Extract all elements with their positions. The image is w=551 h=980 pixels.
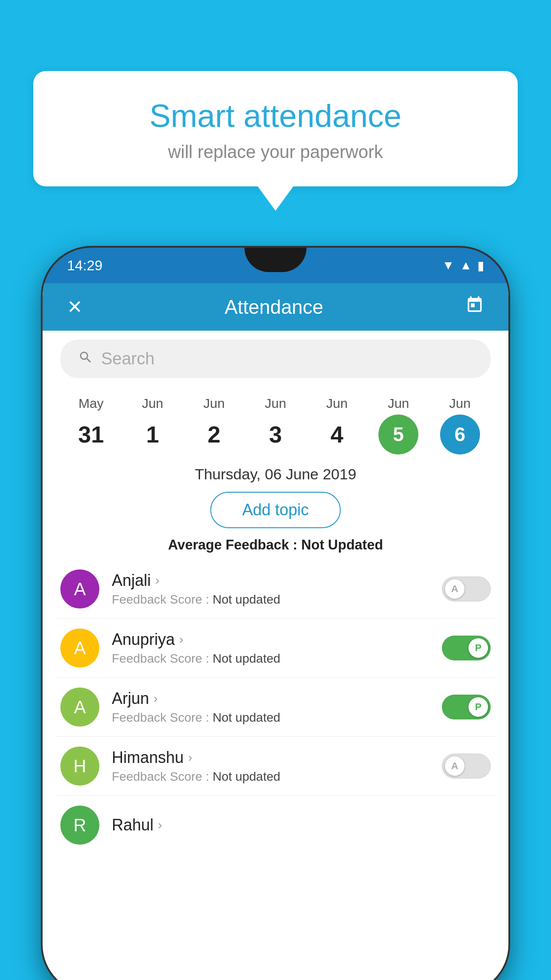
- speech-bubble-pointer: [258, 186, 293, 211]
- signal-icon: ▲: [460, 258, 472, 273]
- student-info-anupriya: Anupriya › Feedback Score : Not updated: [112, 630, 429, 666]
- student-name-arjun: Arjun ›: [112, 689, 429, 708]
- toggle-knob-arjun: P: [468, 697, 488, 717]
- phone-frame: 14:29 ▼ ▲ ▮ ✕ Attendance: [43, 248, 508, 980]
- student-score-anupriya: Feedback Score : Not updated: [112, 652, 429, 666]
- date-item-1[interactable]: Jun 1: [126, 396, 179, 454]
- student-info-partial: Rahul ›: [112, 816, 491, 834]
- avg-feedback-value: Not Updated: [301, 537, 383, 553]
- student-item-anupriya[interactable]: A Anupriya › Feedback Score : Not update…: [56, 619, 495, 678]
- student-info-anjali: Anjali › Feedback Score : Not updated: [112, 571, 429, 607]
- speech-bubble-subtitle: will replace your paperwork: [69, 142, 482, 162]
- date-selector: May 31 Jun 1 Jun 2 Jun 3 Jun 4 Jun 5: [43, 387, 508, 459]
- wifi-icon: ▼: [442, 258, 455, 273]
- date-day-5: 5: [378, 415, 418, 454]
- student-list: A Anjali › Feedback Score : Not updated …: [43, 560, 508, 980]
- student-item-arjun[interactable]: A Arjun › Feedback Score : Not updated P: [56, 678, 495, 737]
- date-day-4: 4: [317, 415, 357, 454]
- speech-bubble-container: Smart attendance will replace your paper…: [33, 71, 518, 211]
- student-avatar-himanshu: H: [60, 747, 99, 786]
- chevron-icon: ›: [155, 573, 159, 588]
- date-day-3: 3: [256, 415, 295, 454]
- date-item-5[interactable]: Jun 5: [372, 396, 425, 454]
- battery-icon: ▮: [477, 258, 484, 273]
- toggle-knob-anupriya: P: [468, 638, 488, 658]
- toggle-arjun[interactable]: P: [442, 695, 491, 719]
- chevron-icon: ›: [153, 692, 157, 706]
- close-button[interactable]: ✕: [67, 296, 83, 318]
- app-header: ✕ Attendance: [43, 283, 508, 331]
- attendance-toggle-arjun[interactable]: P: [442, 695, 491, 719]
- date-month-2: Jun: [203, 396, 224, 411]
- date-day-0: 31: [71, 415, 111, 454]
- student-name-partial: Rahul ›: [112, 816, 491, 834]
- date-month-4: Jun: [326, 396, 347, 411]
- student-name-anjali: Anjali ›: [112, 571, 429, 590]
- toggle-anupriya[interactable]: P: [442, 636, 491, 660]
- search-bar-container: Search: [43, 331, 508, 387]
- student-info-himanshu: Himanshu › Feedback Score : Not updated: [112, 748, 429, 784]
- search-placeholder: Search: [101, 349, 154, 368]
- avg-feedback-label: Average Feedback :: [168, 537, 298, 553]
- date-day-2: 2: [194, 415, 234, 454]
- student-score-arjun: Feedback Score : Not updated: [112, 711, 429, 725]
- chevron-icon: ›: [188, 751, 192, 765]
- date-month-6: Jun: [449, 396, 470, 411]
- app-screen: ✕ Attendance Search May: [43, 283, 508, 980]
- student-info-arjun: Arjun › Feedback Score : Not updated: [112, 689, 429, 725]
- add-topic-wrapper: Add topic: [43, 487, 508, 535]
- student-name-himanshu: Himanshu ›: [112, 748, 429, 767]
- avg-feedback: Average Feedback : Not Updated: [43, 535, 508, 560]
- student-score-anjali: Feedback Score : Not updated: [112, 593, 429, 607]
- student-name-anupriya: Anupriya ›: [112, 630, 429, 649]
- search-icon: [78, 350, 93, 368]
- add-topic-button[interactable]: Add topic: [210, 492, 341, 528]
- calendar-icon[interactable]: [465, 296, 484, 318]
- student-item-anjali[interactable]: A Anjali › Feedback Score : Not updated …: [56, 560, 495, 619]
- status-icons: ▼ ▲ ▮: [442, 258, 484, 273]
- student-avatar-anjali: A: [60, 569, 99, 609]
- status-time: 14:29: [67, 257, 102, 274]
- toggle-knob-anjali: A: [445, 579, 464, 599]
- date-item-0[interactable]: May 31: [64, 396, 118, 454]
- chevron-icon: ›: [179, 632, 183, 647]
- date-month-1: Jun: [142, 396, 163, 411]
- app-title: Attendance: [224, 296, 323, 318]
- date-month-0: May: [79, 396, 104, 411]
- date-item-6[interactable]: Jun 6: [433, 396, 487, 454]
- attendance-toggle-himanshu[interactable]: A: [442, 754, 491, 778]
- toggle-anjali[interactable]: A: [442, 577, 491, 601]
- speech-bubble-title: Smart attendance: [69, 98, 482, 134]
- speech-bubble: Smart attendance will replace your paper…: [33, 71, 518, 186]
- student-avatar-partial: R: [60, 806, 99, 845]
- chevron-icon: ›: [158, 818, 162, 832]
- attendance-toggle-anupriya[interactable]: P: [442, 636, 491, 660]
- date-item-3[interactable]: Jun 3: [249, 396, 302, 454]
- student-avatar-anupriya: A: [60, 628, 99, 668]
- student-avatar-arjun: A: [60, 688, 99, 727]
- student-item-himanshu[interactable]: H Himanshu › Feedback Score : Not update…: [56, 737, 495, 796]
- date-day-6: 6: [440, 415, 480, 454]
- selected-date-label: Thursday, 06 June 2019: [43, 459, 508, 487]
- toggle-knob-himanshu: A: [445, 756, 464, 776]
- date-month-3: Jun: [265, 396, 286, 411]
- search-bar[interactable]: Search: [60, 340, 491, 378]
- attendance-toggle-anjali[interactable]: A: [442, 577, 491, 601]
- student-score-himanshu: Feedback Score : Not updated: [112, 770, 429, 784]
- date-item-4[interactable]: Jun 4: [311, 396, 364, 454]
- status-bar: 14:29 ▼ ▲ ▮: [43, 248, 508, 283]
- student-item-partial[interactable]: R Rahul ›: [56, 796, 495, 854]
- date-month-5: Jun: [388, 396, 409, 411]
- toggle-himanshu[interactable]: A: [442, 754, 491, 778]
- phone-notch: [244, 248, 307, 272]
- date-item-2[interactable]: Jun 2: [187, 396, 240, 454]
- date-day-1: 1: [133, 415, 173, 454]
